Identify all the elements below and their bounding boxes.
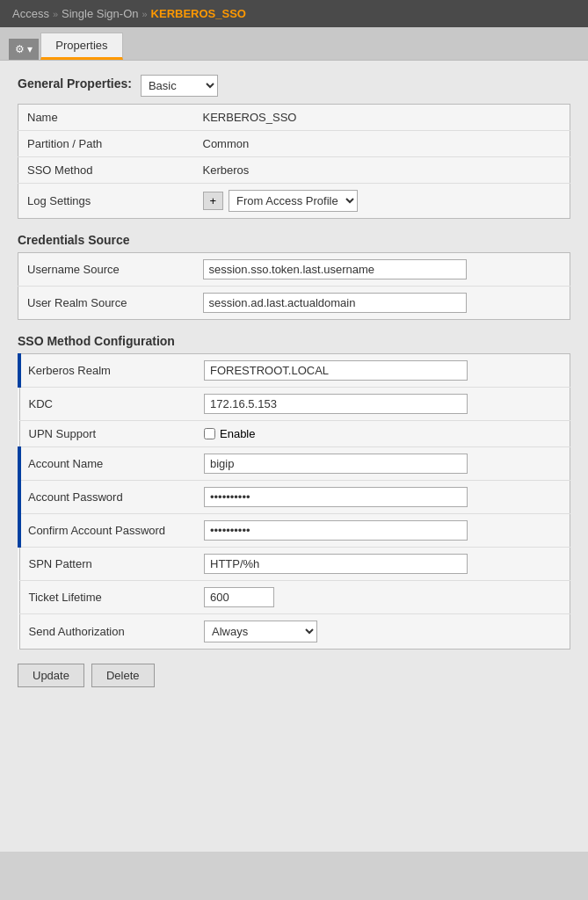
content-area: General Properties: Basic Advanced Name … <box>0 61 588 852</box>
kerberos-realm-input[interactable] <box>204 360 468 381</box>
kerberos-realm-value <box>195 354 570 388</box>
user-realm-value <box>194 287 570 320</box>
table-row: Username Source <box>18 253 570 287</box>
breadcrumb-sso[interactable]: Single Sign-On <box>62 7 138 20</box>
update-button[interactable]: Update <box>18 664 84 687</box>
sso-method-value: Kerberos <box>194 157 570 184</box>
spn-pattern-label: SPN Pattern <box>19 548 195 581</box>
tab-bar: ⚙ ▾ Properties <box>0 27 588 61</box>
account-name-input[interactable] <box>204 454 468 474</box>
general-properties-section: General Properties: Basic Advanced Name … <box>18 75 570 219</box>
upn-support-label: UPN Support <box>19 421 195 447</box>
spn-pattern-value <box>195 548 570 581</box>
table-row: Ticket Lifetime <box>19 581 570 614</box>
table-row: Partition / Path Common <box>18 131 570 157</box>
credentials-source-label: Credentials Source <box>18 233 570 247</box>
general-properties-label: General Properties: <box>18 76 132 91</box>
table-row: Log Settings + From Access Profile None <box>18 184 570 219</box>
breadcrumb-current: KERBEROS_SSO <box>151 7 246 20</box>
send-auth-value: Always On First Request On Re-auth <box>195 614 570 650</box>
upn-support-value: Enable <box>195 421 570 447</box>
account-password-value <box>195 481 570 514</box>
ticket-lifetime-label: Ticket Lifetime <box>19 581 195 614</box>
account-password-label: Account Password <box>19 481 195 514</box>
kdc-label: KDC <box>19 388 195 421</box>
sso-method-config-label: SSO Method Configuration <box>18 334 570 348</box>
table-row: SSO Method Kerberos <box>18 157 570 184</box>
breadcrumb-sep-1: » <box>53 9 58 19</box>
breadcrumb-access[interactable]: Access <box>12 7 49 20</box>
partition-label: Partition / Path <box>18 131 194 157</box>
user-realm-input[interactable] <box>203 293 467 313</box>
account-name-label: Account Name <box>19 447 195 481</box>
table-row: UPN Support Enable <box>19 421 570 447</box>
ticket-lifetime-input[interactable] <box>204 587 274 607</box>
upn-support-checkbox[interactable] <box>204 428 215 439</box>
credentials-table: Username Source User Realm Source <box>18 252 570 320</box>
tab-properties[interactable]: Properties <box>40 33 122 60</box>
tab-properties-label: Properties <box>55 39 107 52</box>
table-row: Name KERBEROS_SSO <box>18 105 570 131</box>
sso-method-label: SSO Method <box>18 157 194 184</box>
table-row: Account Password <box>19 481 570 514</box>
table-row: Kerberos Realm <box>19 354 570 388</box>
confirm-password-label: Confirm Account Password <box>19 514 195 548</box>
delete-button[interactable]: Delete <box>91 664 155 687</box>
table-row: Confirm Account Password <box>19 514 570 548</box>
table-row: Account Name <box>19 447 570 481</box>
account-name-value <box>195 447 570 481</box>
ticket-lifetime-value <box>195 581 570 614</box>
confirm-password-value <box>195 514 570 548</box>
upn-support-enable-label: Enable <box>220 427 255 440</box>
table-row: SPN Pattern <box>19 548 570 581</box>
table-row: KDC <box>19 388 570 421</box>
user-realm-label: User Realm Source <box>18 287 194 320</box>
credentials-source-section: Credentials Source Username Source User … <box>18 233 570 320</box>
kdc-input[interactable] <box>204 394 468 414</box>
action-buttons: Update Delete <box>18 664 570 687</box>
send-auth-label: Send Authorization <box>19 614 195 650</box>
breadcrumb: Access » Single Sign-On » KERBEROS_SSO <box>0 0 588 27</box>
username-source-label: Username Source <box>18 253 194 287</box>
general-properties-table: Name KERBEROS_SSO Partition / Path Commo… <box>18 104 570 219</box>
name-value: KERBEROS_SSO <box>194 105 570 131</box>
log-settings-select[interactable]: From Access Profile None <box>229 190 358 212</box>
username-source-input[interactable] <box>203 259 467 279</box>
sso-method-section: SSO Method Configuration Kerberos Realm … <box>18 334 570 650</box>
table-row: Send Authorization Always On First Reque… <box>19 614 570 650</box>
spn-pattern-input[interactable] <box>204 554 468 574</box>
account-password-input[interactable] <box>204 487 468 507</box>
kdc-value <box>195 388 570 421</box>
gear-button[interactable]: ⚙ ▾ <box>9 39 39 60</box>
partition-value: Common <box>194 131 570 157</box>
view-select[interactable]: Basic Advanced <box>141 75 218 97</box>
breadcrumb-sep-2: » <box>142 9 147 19</box>
sso-method-table: Kerberos Realm KDC UPN Support Enable <box>18 353 570 650</box>
name-label: Name <box>18 105 194 131</box>
general-properties-header: General Properties: Basic Advanced <box>18 75 570 97</box>
table-row: User Realm Source <box>18 287 570 320</box>
username-source-value <box>194 253 570 287</box>
log-settings-value: + From Access Profile None <box>194 184 570 219</box>
send-auth-select[interactable]: Always On First Request On Re-auth <box>204 621 317 642</box>
kerberos-realm-label: Kerberos Realm <box>19 354 195 388</box>
log-settings-add-button[interactable]: + <box>203 192 224 210</box>
confirm-password-input[interactable] <box>204 520 468 541</box>
log-settings-label: Log Settings <box>18 184 194 219</box>
